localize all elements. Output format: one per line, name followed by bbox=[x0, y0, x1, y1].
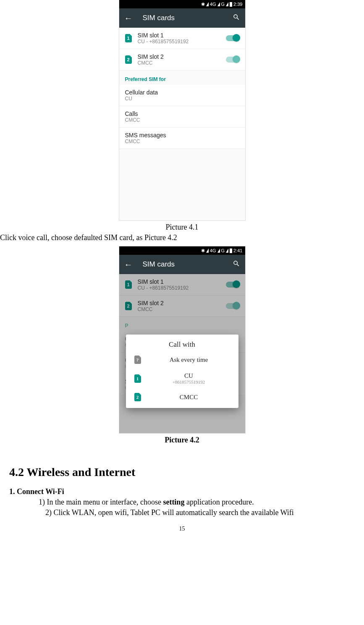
network-4g-label: 4G bbox=[210, 2, 216, 7]
sim1-badge-icon: 1 bbox=[125, 34, 132, 42]
app-bar: ← SIM cards bbox=[119, 8, 245, 28]
page-number: 15 bbox=[0, 526, 364, 532]
bluetooth-icon: ✱ bbox=[201, 2, 205, 7]
sim1-subtitle: CU - +8618575519192 bbox=[138, 39, 220, 44]
appbar-title: SIM cards bbox=[143, 14, 223, 22]
sim2-subtitle: CMCC bbox=[138, 60, 220, 66]
battery-icon bbox=[230, 248, 232, 253]
sms-value: CMCC bbox=[125, 139, 239, 144]
option-cmcc-label: CMCC bbox=[148, 394, 230, 401]
signal-icon bbox=[226, 2, 228, 6]
sms-title: SMS messages bbox=[125, 132, 239, 139]
sms-row[interactable]: SMS messages CMCC bbox=[119, 128, 245, 149]
figure-4-2-caption: Picture 4.2 bbox=[0, 436, 364, 445]
cellular-data-value: CU bbox=[125, 96, 239, 102]
step-2-text: 2) Click WLAN, open wifi, Tablet PC will… bbox=[45, 508, 364, 517]
back-icon[interactable]: ← bbox=[124, 14, 133, 22]
signal-icon bbox=[217, 248, 220, 253]
bluetooth-icon: ✱ bbox=[201, 248, 205, 254]
battery-icon bbox=[230, 2, 232, 7]
clock-label: 2:39 bbox=[233, 2, 242, 7]
sim1-title: SIM slot 1 bbox=[138, 32, 220, 39]
document-page: ✱ 4G G 2:39 ← SIM cards 1 bbox=[0, 0, 364, 541]
calls-value: CMCC bbox=[125, 117, 239, 123]
step1-part-bold: setting bbox=[163, 498, 184, 506]
section-4-2-heading: 4.2 Wireless and Internet bbox=[9, 465, 364, 479]
search-icon[interactable] bbox=[233, 260, 240, 269]
status-bar: ✱ 4G G 2:41 bbox=[119, 246, 245, 255]
option-cu[interactable]: 1 CU +8618575519192 bbox=[129, 368, 235, 389]
option-cmcc[interactable]: 2 CMCC bbox=[129, 389, 235, 405]
calls-title: Calls bbox=[125, 110, 239, 117]
phone-screenshot-1: ✱ 4G G 2:39 ← SIM cards 1 bbox=[119, 0, 245, 220]
empty-area bbox=[119, 149, 245, 220]
option-cu-sub: +8618575519192 bbox=[148, 379, 230, 384]
signal-icon bbox=[217, 2, 220, 6]
cmcc-badge-icon: 2 bbox=[134, 393, 141, 401]
network-g-label: G bbox=[221, 248, 225, 253]
instruction-text: Click voice call, choose defaulted SIM c… bbox=[0, 233, 364, 242]
ask-badge-icon: ? bbox=[134, 356, 141, 364]
back-icon[interactable]: ← bbox=[124, 260, 133, 269]
option-ask-every-time[interactable]: ? Ask every time bbox=[129, 351, 235, 368]
network-4g-label: 4G bbox=[210, 248, 216, 253]
figure-4-2: ✱ 4G G 2:41 ← SIM cards 1 bbox=[0, 246, 364, 445]
sim-slot-2-row[interactable]: 2 SIM slot 2 CMCC bbox=[119, 49, 245, 71]
status-bar: ✱ 4G G 2:39 bbox=[119, 0, 245, 8]
option-cu-label: CU bbox=[148, 372, 230, 379]
sim-slot-1-row[interactable]: 1 SIM slot 1 CU - +8618575519192 bbox=[119, 28, 245, 49]
sim2-badge-icon: 2 bbox=[125, 55, 132, 64]
cu-badge-icon: 1 bbox=[134, 374, 141, 383]
search-icon[interactable] bbox=[233, 13, 240, 23]
app-bar: ← SIM cards bbox=[119, 255, 245, 274]
step1-part-c: application procedure. bbox=[184, 498, 254, 506]
sim2-toggle[interactable] bbox=[226, 57, 239, 63]
option-ask-label: Ask every time bbox=[148, 356, 230, 363]
figure-4-1: ✱ 4G G 2:39 ← SIM cards 1 bbox=[0, 0, 364, 232]
step-1-text: 1) In the main menu or interface, choose… bbox=[39, 498, 364, 507]
signal-icon bbox=[226, 248, 228, 253]
cellular-data-row[interactable]: Cellular data CU bbox=[119, 85, 245, 106]
appbar-title: SIM cards bbox=[143, 260, 223, 269]
step1-part-a: 1) In the main menu or interface, choose bbox=[39, 498, 163, 506]
figure-4-1-caption: Picture 4.1 bbox=[0, 223, 364, 232]
calls-row[interactable]: Calls CMCC bbox=[119, 106, 245, 128]
dialog-title: Call with bbox=[129, 340, 235, 351]
sim2-title: SIM slot 2 bbox=[138, 53, 220, 60]
preferred-sim-header: Preferred SIM for bbox=[119, 71, 245, 85]
connect-wifi-heading: 1. Connect Wi-Fi bbox=[9, 487, 364, 496]
cellular-data-title: Cellular data bbox=[125, 89, 239, 96]
call-with-dialog: Call with ? Ask every time 1 CU +8618575… bbox=[126, 335, 238, 408]
sim1-toggle[interactable] bbox=[226, 35, 239, 41]
clock-label: 2:41 bbox=[233, 248, 242, 253]
signal-icon bbox=[206, 248, 209, 253]
network-g-label: G bbox=[221, 2, 225, 7]
signal-icon bbox=[206, 2, 209, 6]
